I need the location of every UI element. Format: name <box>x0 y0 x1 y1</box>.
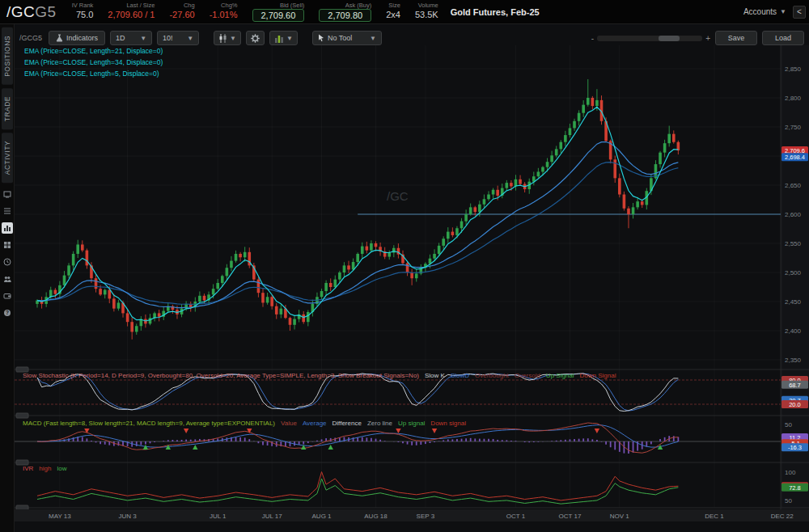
candlestick-icon <box>218 34 227 43</box>
contract-description: Gold Futures, Feb-25 <box>451 7 540 17</box>
date-axis-label: OCT 17 <box>559 513 582 520</box>
sidebar-tab-positions[interactable]: POSITIONS <box>2 27 13 85</box>
quote-field-bid-sell-[interactable]: Bid (Sell)2,709.60 <box>252 2 305 22</box>
svg-text:2,500: 2,500 <box>785 269 802 277</box>
quote-field-ask-buy-[interactable]: Ask (Buy)2,709.80 <box>319 2 371 22</box>
flask-icon <box>56 34 63 42</box>
svg-text:2,650: 2,650 <box>785 182 802 189</box>
chart-style-icon <box>274 34 284 43</box>
svg-text:50: 50 <box>785 421 792 429</box>
quote-fields: IV Rank75.0Last / Size2,709.60 / 1Chg-27… <box>65 2 446 22</box>
svg-text:2,600: 2,600 <box>785 211 802 218</box>
quote-header: /GCG5 IV Rank75.0Last / Size2,709.60 / 1… <box>0 0 809 24</box>
chart-style-dropdown[interactable]: ▼ <box>269 31 298 45</box>
chevron-down-icon: ▼ <box>780 8 786 15</box>
sidebar-monitor-icon[interactable] <box>2 188 13 200</box>
accounts-dropdown[interactable]: Accounts▼ <box>743 7 786 16</box>
load-chart-button[interactable]: Load <box>762 31 804 45</box>
svg-text:100: 100 <box>785 469 796 476</box>
date-axis-label: JUL 1 <box>210 513 227 520</box>
sidebar-tab-trade[interactable]: TRADE <box>2 88 13 129</box>
date-axis-label: AUG 18 <box>364 513 388 520</box>
indicators-button[interactable]: Indicators <box>49 31 105 45</box>
toolbar-symbol-label: /GCG5 <box>19 34 42 42</box>
chart-type-dropdown[interactable]: ▼ <box>214 31 241 45</box>
svg-text:2,850: 2,850 <box>785 65 802 73</box>
quote-field-iv-rank: IV Rank75.0 <box>72 2 94 22</box>
drawing-tool-dropdown[interactable]: No Tool ▼ <box>312 31 382 45</box>
symbol-title: /GCG5 <box>6 3 57 21</box>
chart-watermark: /GC <box>387 189 409 203</box>
chart-panel: /GCG5 Indicators 1D▼ 10!▼ ▼ <box>15 24 809 532</box>
date-axis-label: JUN 3 <box>118 513 137 520</box>
date-axis-label: SEP 3 <box>417 513 435 520</box>
date-axis-label: DEC 22 <box>771 513 794 520</box>
sidebar-grid-icon[interactable] <box>2 239 13 251</box>
zoom-in-icon[interactable]: + <box>705 34 710 43</box>
zoom-out-icon[interactable]: - <box>591 34 594 43</box>
quote-field-chg%: Chg%-1.01% <box>210 2 238 22</box>
timeframe-dropdown[interactable]: 1D▼ <box>110 31 152 45</box>
panel-resize-grip[interactable] <box>16 460 28 465</box>
date-axis-label: DEC 1 <box>705 513 724 520</box>
svg-text:2,350: 2,350 <box>785 357 802 364</box>
sidebar-help-icon[interactable]: ? <box>2 307 13 319</box>
sidebar-list-icon[interactable] <box>2 205 13 217</box>
save-chart-button[interactable]: Save <box>715 31 757 45</box>
sidebar-wallet-icon[interactable] <box>2 290 13 302</box>
sidebar-tab-activity[interactable]: ACTIVITY <box>2 133 13 183</box>
chevron-down-icon: ▼ <box>370 35 376 42</box>
svg-text:20.0: 20.0 <box>789 401 801 408</box>
date-axis-label: NOV 1 <box>610 513 630 520</box>
svg-text:2,400: 2,400 <box>785 327 802 335</box>
chart-toolbar: /GCG5 Indicators 1D▼ 10!▼ ▼ <box>15 29 809 47</box>
aggregation-dropdown[interactable]: 10!▼ <box>157 31 199 45</box>
price-chart-canvas[interactable]: /GC2,8502,8002,7502,7002,6502,6002,5502,… <box>15 45 809 521</box>
gear-icon <box>251 34 260 43</box>
date-axis-label: MAY 13 <box>49 513 71 520</box>
date-axis-label: JUL 17 <box>262 513 283 520</box>
svg-text:68.7: 68.7 <box>789 382 801 389</box>
quote-field-last-size: Last / Size2,709.60 / 1 <box>108 2 155 22</box>
left-sidebar: POSITIONS TRADE ACTIVITY ? <box>0 24 15 532</box>
svg-text:-16.3: -16.3 <box>788 444 802 451</box>
zoom-slider-track[interactable] <box>597 36 702 41</box>
svg-text:?: ? <box>6 310 9 316</box>
svg-text:2,800: 2,800 <box>785 95 802 102</box>
date-axis-label: AUG 1 <box>312 513 332 520</box>
svg-text:2,698.4: 2,698.4 <box>785 154 805 161</box>
zoom-slider-handle[interactable] <box>659 36 680 41</box>
svg-text:72.8: 72.8 <box>789 484 801 492</box>
svg-text:2,450: 2,450 <box>785 298 802 306</box>
cursor-icon <box>318 34 324 42</box>
collapse-panel-button[interactable]: < <box>793 6 806 19</box>
quote-field-chg: Chg-27.60 <box>169 2 194 22</box>
chevron-down-icon: ▼ <box>286 35 293 42</box>
quote-field-volume: Volume53.5K <box>415 2 438 22</box>
sidebar-users-icon[interactable] <box>2 273 13 285</box>
sidebar-clock-icon[interactable] <box>2 256 13 268</box>
svg-text:50: 50 <box>785 497 792 505</box>
chevron-down-icon: ▼ <box>230 35 236 42</box>
sidebar-chart-icon[interactable] <box>2 222 13 234</box>
date-axis-label: OCT 1 <box>506 513 526 520</box>
svg-text:2,550: 2,550 <box>785 240 802 247</box>
time-zoom-slider[interactable]: - + <box>591 34 710 43</box>
panel-resize-grip[interactable] <box>16 413 28 418</box>
chevron-down-icon: ▼ <box>140 35 146 42</box>
chart-settings-button[interactable] <box>246 31 265 45</box>
app-window: /GCG5 IV Rank75.0Last / Size2,709.60 / 1… <box>0 0 809 532</box>
chevron-down-icon: ▼ <box>187 35 193 42</box>
quote-field-size: Size2x4 <box>386 2 400 22</box>
panel-resize-grip[interactable] <box>16 367 28 372</box>
svg-text:2,750: 2,750 <box>785 124 802 131</box>
